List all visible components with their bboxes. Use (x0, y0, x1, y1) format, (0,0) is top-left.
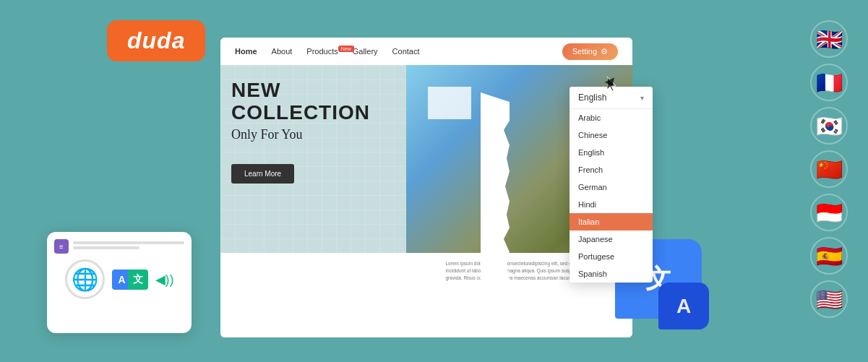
widget-lines (73, 241, 184, 251)
lang-option-arabic[interactable]: Arabic (570, 109, 653, 126)
nav-contact[interactable]: Contact (392, 47, 420, 56)
nav-gallery[interactable]: Gallery (353, 47, 378, 56)
badge-chinese: 文 (128, 270, 148, 290)
nav-products[interactable]: Products New (306, 47, 338, 56)
hero-title: NEW COLLECTION (231, 79, 395, 124)
widget-line-2 (73, 246, 139, 249)
dropdown-arrow-icon: ▾ (640, 94, 644, 102)
nav-badge-new: New (338, 46, 354, 52)
hero-white-rect (428, 87, 471, 119)
setting-button[interactable]: Setting ⚙ (562, 43, 618, 60)
globe-icon: 🌐 (65, 259, 105, 299)
mouse-cursor (607, 77, 619, 92)
flag-indonesia: 🇮🇩 (810, 194, 848, 231)
a-char-icon: A (676, 295, 691, 318)
language-dropdown[interactable]: English ▾ Arabic Chinese English French … (570, 87, 653, 283)
flag-france: 🇫🇷 (810, 64, 848, 101)
translate-badge: A 文 (112, 270, 148, 290)
flag-usa: 🇺🇸 (810, 280, 848, 318)
nav-about[interactable]: About (272, 47, 293, 56)
hero-text: NEW COLLECTION Only For You Learn More (220, 65, 406, 253)
flag-korea: 🇰🇷 (810, 107, 848, 145)
hero-subtitle: Only For You (231, 127, 395, 142)
lang-selected-label: English (578, 92, 606, 103)
widget-header: ≡ (54, 239, 184, 254)
duda-logo-text: duda (127, 27, 185, 53)
mockup-navbar: Home About Products New Gallery Contact … (220, 38, 632, 65)
flag-spain: 🇪🇸 (810, 237, 848, 275)
torn-paper-effect (481, 92, 510, 280)
lang-option-spanish[interactable]: Spanish (570, 265, 653, 283)
translate-bubble-front: A (658, 283, 709, 329)
lang-option-hindi[interactable]: Hindi (570, 196, 653, 213)
flags-column: 🇬🇧 🇫🇷 🇰🇷 🇨🇳 🇮🇩 🇪🇸 🇺🇸 (810, 20, 848, 318)
lang-option-german[interactable]: German (570, 178, 653, 196)
lang-option-italian[interactable]: Italian (570, 213, 653, 230)
gear-icon: ⚙ (601, 47, 608, 56)
lang-option-portugese[interactable]: Portugese (570, 248, 653, 265)
widget-globe-area: 🌐 A 文 ◀)) (54, 259, 184, 299)
flag-china: 🇨🇳 (810, 150, 848, 188)
sound-wave-icon: ◀)) (155, 272, 174, 288)
lang-option-chinese[interactable]: Chinese (570, 126, 653, 144)
flag-uk: 🇬🇧 (810, 20, 848, 58)
nav-home[interactable]: Home (235, 47, 257, 56)
lang-option-french[interactable]: French (570, 161, 653, 178)
translation-widget-card: ≡ 🌐 A 文 ◀)) (47, 232, 192, 333)
widget-icon: ≡ (54, 239, 69, 254)
lang-option-english[interactable]: English (570, 144, 653, 161)
learn-more-button[interactable]: Learn More (231, 164, 294, 184)
lang-option-japanese[interactable]: Japanese (570, 230, 653, 248)
widget-line-1 (73, 241, 184, 244)
duda-logo: duda (107, 20, 205, 61)
setting-label: Setting (572, 47, 597, 56)
